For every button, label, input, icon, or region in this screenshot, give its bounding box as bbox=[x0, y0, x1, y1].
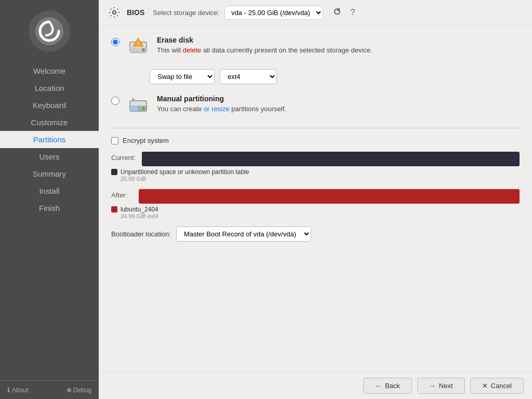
sidebar-footer: ℹ About Debug bbox=[0, 380, 99, 399]
erase-disk-text: Erase disk This will delete all data cur… bbox=[157, 36, 520, 55]
about-label: About bbox=[12, 387, 28, 394]
format-select[interactable]: ext4 btrfs xfs bbox=[220, 69, 277, 84]
cancel-label: Cancel bbox=[491, 382, 512, 390]
sidebar-item-users[interactable]: Users bbox=[0, 148, 99, 165]
back-label: Back bbox=[385, 382, 400, 390]
manual-partition-desc: You can create or resize partitions your… bbox=[157, 104, 520, 114]
sidebar-item-finish[interactable]: Finish bbox=[0, 200, 99, 217]
svg-text:!: ! bbox=[138, 41, 139, 46]
next-arrow-icon: → bbox=[429, 382, 436, 390]
current-disk-bar bbox=[142, 152, 520, 166]
manual-or-word: or bbox=[204, 105, 210, 113]
encrypt-checkbox[interactable] bbox=[111, 137, 118, 144]
sidebar-item-welcome[interactable]: Welcome bbox=[0, 62, 99, 79]
sidebar-item-location[interactable]: Location bbox=[0, 79, 99, 97]
sidebar-item-partitions[interactable]: Partitions bbox=[0, 131, 99, 148]
help-button[interactable]: ? bbox=[348, 7, 357, 18]
manual-partitioning-option: Manual partitioning You can create or re… bbox=[111, 95, 520, 117]
after-disk-section: After: lubuntu_2404 24.99 GiB ext4 bbox=[111, 189, 520, 219]
manual-resize-link: resize bbox=[211, 105, 230, 113]
main-panel: BIOS Select storage device: vda - 25.00 … bbox=[99, 0, 532, 399]
bootloader-label: Bootloader location: bbox=[111, 230, 171, 238]
svg-point-4 bbox=[142, 48, 145, 51]
debug-button[interactable]: Debug bbox=[67, 386, 91, 394]
sidebar-item-install[interactable]: Install bbox=[0, 182, 99, 200]
erase-disk-icon: ! bbox=[127, 36, 150, 59]
manual-partitioning-radio[interactable] bbox=[111, 97, 119, 105]
help-icon: ? bbox=[350, 8, 355, 17]
erase-disk-desc: This will delete all data currently pres… bbox=[157, 46, 520, 55]
section-divider bbox=[111, 128, 520, 128]
current-legend-dot bbox=[111, 169, 117, 175]
next-button[interactable]: → Next bbox=[417, 378, 465, 394]
encrypt-row: Encrypt system bbox=[111, 137, 520, 144]
sidebar: Welcome Location Keyboard Customize Part… bbox=[0, 0, 99, 399]
after-disk-bar bbox=[139, 189, 520, 204]
back-arrow-icon: ← bbox=[375, 382, 382, 390]
about-button[interactable]: ℹ About bbox=[7, 386, 28, 394]
info-icon: ℹ bbox=[7, 386, 10, 394]
lubuntu-logo-icon bbox=[35, 17, 64, 46]
cancel-icon: ✕ bbox=[482, 382, 488, 390]
current-disk-legend: Unpartitioned space or unknown partition… bbox=[111, 168, 520, 176]
swap-select[interactable]: Swap to file No swap Swap partition bbox=[150, 69, 215, 84]
after-legend-dot bbox=[111, 206, 117, 212]
erase-disk-title: Erase disk bbox=[157, 36, 520, 44]
storage-device-select[interactable]: vda - 25.00 GiB (/dev/vda) bbox=[224, 6, 323, 20]
bios-icon bbox=[107, 5, 122, 20]
manual-partition-title: Manual partitioning bbox=[157, 95, 520, 103]
current-legend-size: 25.00 GiB bbox=[121, 176, 520, 182]
refresh-button[interactable] bbox=[330, 6, 344, 19]
sidebar-item-summary[interactable]: Summary bbox=[0, 165, 99, 182]
next-label: Next bbox=[439, 382, 453, 390]
sidebar-item-keyboard[interactable]: Keyboard bbox=[0, 97, 99, 114]
manual-partition-text: Manual partitioning You can create or re… bbox=[157, 95, 520, 114]
current-disk-label: Current: bbox=[111, 154, 136, 162]
topbar-icons: ? bbox=[330, 6, 357, 19]
after-legend-text: lubuntu_2404 bbox=[121, 206, 158, 213]
erase-disk-option: ! Erase disk This will delete all data c… bbox=[111, 36, 520, 59]
after-disk-label: After: bbox=[111, 191, 127, 199]
sidebar-nav: Welcome Location Keyboard Customize Part… bbox=[0, 62, 99, 380]
cancel-button[interactable]: ✕ Cancel bbox=[470, 378, 524, 394]
sidebar-item-customize[interactable]: Customize bbox=[0, 114, 99, 131]
current-legend-text: Unpartitioned space or unknown partition… bbox=[121, 168, 249, 176]
after-legend-size: 24.99 GiB ext4 bbox=[121, 213, 520, 219]
bios-label: BIOS bbox=[127, 8, 144, 17]
logo bbox=[29, 10, 70, 52]
content-area: ! Erase disk This will delete all data c… bbox=[99, 25, 532, 372]
debug-label: Debug bbox=[73, 387, 91, 394]
erase-delete-word: delete bbox=[183, 46, 201, 54]
bottombar: ← Back → Next ✕ Cancel bbox=[99, 372, 532, 399]
swap-format-row: Swap to file No swap Swap partition ext4… bbox=[150, 69, 520, 84]
erase-desc-prefix: This will bbox=[157, 46, 183, 54]
erase-disk-radio[interactable] bbox=[111, 38, 119, 46]
manual-partition-icon bbox=[127, 95, 150, 117]
svg-point-1 bbox=[113, 11, 116, 14]
svg-point-10 bbox=[142, 107, 145, 110]
bootloader-row: Bootloader location: Master Boot Record … bbox=[111, 227, 520, 242]
svg-rect-8 bbox=[130, 106, 138, 111]
current-disk-section: Current: Unpartitioned space or unknown … bbox=[111, 152, 520, 182]
encrypt-label: Encrypt system bbox=[123, 137, 169, 144]
debug-dot-icon bbox=[67, 388, 71, 392]
back-button[interactable]: ← Back bbox=[363, 378, 412, 394]
topbar: BIOS Select storage device: vda - 25.00 … bbox=[99, 0, 532, 25]
bootloader-select[interactable]: Master Boot Record of vda (/dev/vda) bbox=[176, 227, 311, 242]
erase-desc-suffix: all data currently present on the select… bbox=[201, 46, 373, 54]
after-disk-legend: lubuntu_2404 bbox=[111, 206, 520, 213]
storage-label: Select storage device: bbox=[153, 9, 219, 17]
